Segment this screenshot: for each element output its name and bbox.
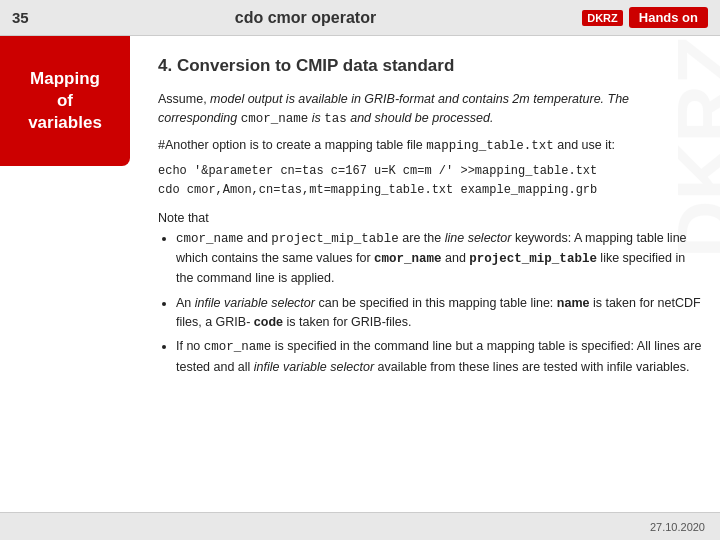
hands-on-badge: Hands on xyxy=(629,7,708,28)
intro-paragraph-2: #Another option is to create a mapping t… xyxy=(158,136,702,156)
inline-code-mapping-table: mapping_table.txt xyxy=(426,139,554,153)
inline-code-cmor-name: cmor_name xyxy=(241,112,309,126)
bullet1-code2: project_mip_table xyxy=(271,232,399,246)
bullet-item-2: An infile variable selector can be speci… xyxy=(176,294,702,333)
dkrz-logo: DKRZ xyxy=(582,10,623,26)
logo-area: DKRZ Hands on xyxy=(582,7,708,28)
slide-number: 35 xyxy=(12,9,29,26)
code-line-2: cdo cmor,Amon,cn=tas,mt=mapping_table.tx… xyxy=(158,181,702,200)
bullet3-code1: cmor_name xyxy=(204,340,272,354)
note-section: Note that cmor_name and project_mip_tabl… xyxy=(158,211,702,378)
bullet2-bold1: name xyxy=(557,296,590,310)
intro-paragraph-1: Assume, model output is available in GRI… xyxy=(158,90,702,130)
header-title: cdo cmor operator xyxy=(235,9,376,27)
note-title: Note that xyxy=(158,211,702,225)
sidebar-label-text: Mappingofvariables xyxy=(28,68,102,134)
footer: 27.10.2020 xyxy=(0,512,720,540)
code-line-1: echo '&parameter cn=tas c=167 u=K cm=m /… xyxy=(158,162,702,181)
code-block: echo '&parameter cn=tas c=167 u=K cm=m /… xyxy=(158,162,702,200)
bullet1-code1: cmor_name xyxy=(176,232,244,246)
bullet1-bold2: project_mip_table xyxy=(469,252,597,266)
sidebar-label: Mappingofvariables xyxy=(0,36,130,166)
bullet1-bold1: cmor_name xyxy=(374,252,442,266)
bullet-list: cmor_name and project_mip_table are the … xyxy=(158,229,702,378)
bullet-item-3: If no cmor_name is specified in the comm… xyxy=(176,337,702,377)
bullet2-bold2: code xyxy=(254,315,283,329)
header: 35 cdo cmor operator DKRZ Hands on xyxy=(0,0,720,36)
section-title: 4. Conversion to CMIP data standard xyxy=(158,56,702,76)
bullet-item-1: cmor_name and project_mip_table are the … xyxy=(176,229,702,289)
main-content: 4. Conversion to CMIP data standard Assu… xyxy=(140,36,720,510)
inline-code-tas: tas xyxy=(324,112,347,126)
footer-date: 27.10.2020 xyxy=(650,521,705,533)
